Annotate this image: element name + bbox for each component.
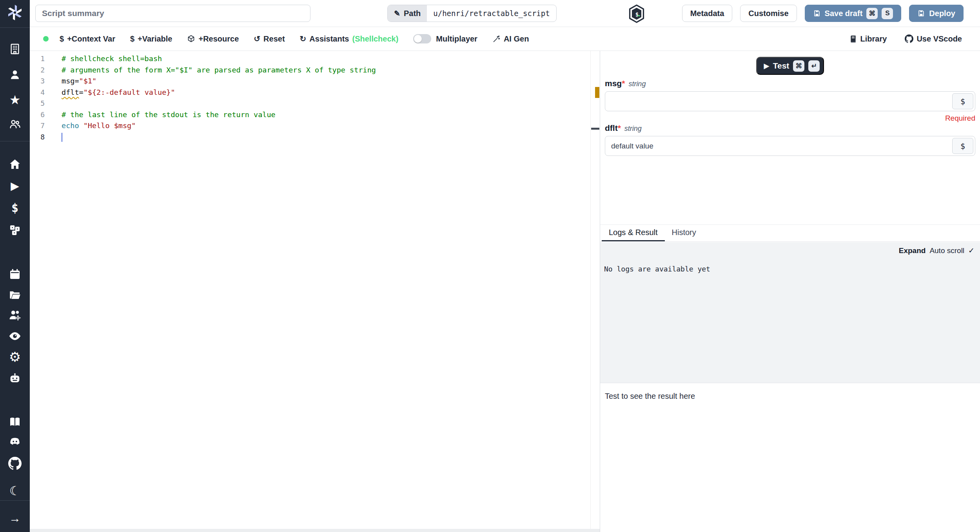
add-resource-button[interactable]: +Resource	[187, 34, 239, 43]
users-icon	[9, 118, 21, 130]
sidebar-item-audit-logs[interactable]	[6, 328, 24, 345]
editor-toolbar: $ +Context Var $ +Variable +Resource ↺ R…	[30, 27, 980, 51]
deploy-button[interactable]: Deploy	[909, 5, 964, 22]
github-icon	[905, 34, 913, 43]
calendar-icon	[9, 268, 21, 280]
logs-area: Expand Auto scroll ✓ No logs are availab…	[600, 242, 980, 383]
result-area: Test to see the result here	[600, 383, 980, 532]
sidebar-item-github[interactable]	[6, 455, 24, 472]
overview-ruler[interactable]	[590, 51, 600, 529]
sidebar-item-schedules[interactable]	[6, 266, 24, 283]
person-icon	[9, 69, 21, 81]
deploy-label: Deploy	[929, 9, 955, 18]
add-variable-label: +Variable	[138, 34, 172, 43]
add-context-var-button[interactable]: $ +Context Var	[60, 34, 115, 43]
test-label: Test	[773, 61, 789, 71]
divider	[0, 500, 30, 501]
sidebar-item-home[interactable]	[6, 156, 24, 173]
dollar-icon: $	[60, 34, 64, 43]
dollar-icon: $	[11, 202, 18, 214]
line-number-active: 8	[30, 132, 45, 143]
assistants-button[interactable]: ↻ Assistants (Shellcheck)	[300, 34, 399, 43]
ai-gen-button[interactable]: AI Gen	[492, 34, 529, 43]
expand-button[interactable]: Expand	[899, 246, 926, 255]
add-variable-button[interactable]: $ +Variable	[130, 34, 172, 43]
path-value[interactable]: u/henri/retractable_script	[427, 5, 556, 22]
field-dflt: dflt* string $	[605, 123, 975, 156]
metadata-label: Metadata	[690, 9, 724, 18]
toolbar-right: Library Use VScode	[849, 34, 962, 43]
tab-history[interactable]: History	[665, 225, 703, 241]
path-edit-button[interactable]: ✎ Path	[388, 5, 427, 22]
code-text[interactable]: # shellcheck shell=bash # arguments of t…	[62, 53, 588, 143]
add-resource-label: +Resource	[198, 34, 239, 43]
users-gear-icon	[8, 309, 22, 322]
pencil-icon: ✎	[394, 9, 400, 18]
book-icon	[849, 35, 857, 43]
sidebar-item-resources[interactable]	[6, 222, 24, 239]
expression-toggle-button[interactable]: $	[952, 138, 973, 154]
script-summary-input[interactable]	[35, 5, 310, 22]
add-context-var-label: +Context Var	[67, 34, 115, 43]
sidebar-item-favorites[interactable]: ★	[6, 91, 24, 109]
test-button[interactable]: ▶ Test ⌘ ↵	[756, 57, 824, 75]
dollar-icon: $	[960, 97, 965, 106]
sidebar-item-user[interactable]	[6, 66, 24, 83]
autoscroll-label[interactable]: Auto scroll	[929, 246, 964, 255]
use-vscode-button[interactable]: Use VScode	[905, 34, 962, 43]
sidebar-item-docs[interactable]	[6, 413, 24, 431]
multiplayer-toggle[interactable]	[413, 34, 431, 43]
use-vscode-label: Use VScode	[916, 34, 962, 43]
code-editor[interactable]: 1 2 3 4 5 6 7 8 # shellcheck shell=bash …	[30, 51, 600, 532]
star-icon: ★	[9, 94, 21, 106]
line-number: 5	[30, 98, 45, 109]
multiplayer-label[interactable]: Multiplayer	[436, 34, 477, 43]
line-number-gutter: 1 2 3 4 5 6 7 8	[30, 53, 45, 143]
sidebar-item-workspace[interactable]	[6, 40, 24, 58]
windmill-logo-icon	[7, 5, 23, 20]
sidebar-item-dark-mode[interactable]: ☾	[6, 482, 24, 499]
folder-open-icon	[9, 289, 21, 301]
home-icon	[9, 158, 21, 170]
tab-label: History	[672, 228, 696, 237]
code-comment: # the last line of the stdout is the ret…	[62, 110, 276, 119]
play-icon: ▶	[11, 181, 19, 192]
sidebar-item-folders[interactable]	[6, 286, 24, 304]
code-string: "$1"	[79, 77, 97, 85]
warning-marker	[595, 87, 599, 98]
assistants-label: Assistants	[309, 34, 349, 43]
discord-icon	[8, 436, 22, 449]
code-builtin: echo	[62, 121, 79, 130]
customise-button[interactable]: Customise	[740, 5, 797, 22]
sidebar-item-collapse[interactable]: →	[6, 510, 24, 527]
divider	[0, 27, 30, 28]
sidebar-item-variables[interactable]: $	[6, 199, 24, 217]
sidebar-item-discord[interactable]	[6, 434, 24, 451]
msg-input[interactable]	[605, 92, 975, 111]
autoscroll-checkbox[interactable]: ✓	[968, 246, 975, 255]
toggle-knob	[414, 35, 422, 43]
reset-button[interactable]: ↺ Reset	[254, 34, 285, 43]
library-button[interactable]: Library	[849, 34, 887, 43]
field-msg: msg* string $ Required	[605, 79, 975, 123]
sidebar: ★ ▶ $	[0, 0, 30, 532]
arrow-right-icon: →	[9, 512, 21, 524]
line-number: 1	[30, 53, 45, 65]
save-draft-button[interactable]: Save draft ⌘ S	[805, 5, 902, 22]
field-type: string	[628, 80, 646, 88]
dflt-input[interactable]	[605, 136, 975, 156]
sidebar-item-workers[interactable]	[6, 307, 24, 324]
metadata-button[interactable]: Metadata	[682, 5, 733, 22]
tab-logs-result[interactable]: Logs & Result	[602, 225, 665, 241]
sidebar-item-groups[interactable]	[6, 116, 24, 133]
expression-toggle-button[interactable]: $	[952, 93, 973, 109]
sidebar-item-ai[interactable]	[6, 369, 24, 387]
required-asterisk: *	[618, 123, 621, 132]
bash-language-icon: $	[628, 4, 645, 23]
windmill-logo[interactable]	[6, 4, 24, 21]
test-row: ▶ Test ⌘ ↵	[600, 51, 980, 75]
robot-icon	[8, 371, 22, 385]
sidebar-item-settings[interactable]: ⚙	[6, 348, 24, 366]
sidebar-item-runs[interactable]: ▶	[6, 177, 24, 195]
moon-icon: ☾	[9, 485, 21, 497]
